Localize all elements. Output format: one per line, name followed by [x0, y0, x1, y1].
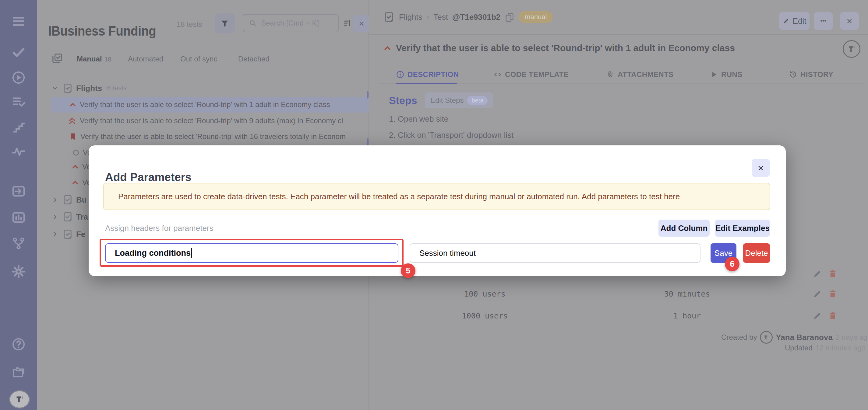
- annotation-badge-5: 5: [401, 263, 415, 278]
- help-icon[interactable]: [11, 337, 26, 352]
- chevron-right-icon[interactable]: [51, 196, 59, 204]
- priority-critical-bookmark-icon: [68, 132, 78, 141]
- tab-manual[interactable]: Manual18: [77, 55, 112, 63]
- edit-steps-button[interactable]: Edit Steps beta: [425, 93, 493, 108]
- branch-icon[interactable]: [11, 236, 26, 251]
- settings-gear-icon[interactable]: [11, 264, 26, 279]
- filter-button[interactable]: [215, 13, 235, 33]
- add-column-button[interactable]: Add Column: [658, 219, 710, 237]
- priority-high-icon: [69, 101, 77, 109]
- analytics-icon[interactable]: [11, 210, 26, 225]
- folder-count: 6 tests: [107, 84, 127, 92]
- edit-row-icon[interactable]: [812, 269, 822, 279]
- copy-check-icon[interactable]: [51, 52, 63, 65]
- annotation-highlight-rect: [100, 239, 404, 267]
- delete-row-icon[interactable]: [828, 289, 838, 299]
- folder-name: Tra: [76, 212, 88, 222]
- test-plan-icon[interactable]: [11, 95, 26, 109]
- tab-history[interactable]: HISTORY: [789, 70, 833, 79]
- test-title-row: Verify that the user is able to select '…: [383, 43, 840, 53]
- edit-row-icon[interactable]: [812, 289, 822, 299]
- tab-label: HISTORY: [800, 70, 833, 79]
- close-button[interactable]: ×: [840, 12, 859, 30]
- pencil-icon: [782, 18, 790, 25]
- active-tab-underline: [396, 83, 457, 84]
- edit-button[interactable]: Edit: [779, 12, 809, 30]
- edit-row-icon[interactable]: [812, 311, 822, 320]
- steps-divider: [379, 108, 865, 108]
- tab-automated[interactable]: Automated: [128, 55, 163, 63]
- project-title: IBusiness Funding: [48, 24, 156, 39]
- priority-normal-icon: [72, 149, 80, 157]
- delete-row-icon[interactable]: [828, 269, 838, 279]
- tab-label: RUNS: [721, 70, 743, 79]
- chevron-down-icon[interactable]: [51, 84, 59, 92]
- tab-attachments[interactable]: ATTACHMENTS: [606, 70, 674, 79]
- edit-steps-label: Edit Steps: [430, 96, 464, 105]
- tests-check-icon[interactable]: [11, 45, 26, 60]
- author-name[interactable]: Yana Baranova: [776, 333, 832, 342]
- priority-high-icon: [383, 44, 392, 52]
- table-cell: 30 minutes: [664, 289, 710, 298]
- updated-ago: 12 minutes ago: [816, 344, 866, 352]
- panel-splitter-handle[interactable]: [367, 138, 369, 146]
- close-icon: ×: [359, 19, 364, 29]
- assign-headers-label: Assign headers for parameters: [105, 224, 214, 233]
- tab-label: CODE TEMPLATE: [505, 70, 569, 79]
- search-icon: [249, 19, 257, 27]
- modal-close-button[interactable]: ×: [752, 159, 770, 177]
- play-icon: [710, 70, 718, 79]
- code-icon: [493, 70, 502, 79]
- info-banner: Parameters are used to create data-drive…: [103, 183, 770, 210]
- filter-list-icon[interactable]: [343, 18, 353, 28]
- tab-runs[interactable]: RUNS: [710, 70, 743, 79]
- delete-row-icon[interactable]: [828, 311, 838, 320]
- more-icon: •••: [820, 18, 826, 24]
- tab-description[interactable]: DESCRIPTION: [396, 70, 459, 79]
- import-icon[interactable]: [11, 184, 26, 199]
- projects-folders-icon[interactable]: [11, 365, 26, 379]
- breadcrumb-folder[interactable]: Flights: [399, 12, 423, 22]
- step-item: 1. Open web site: [389, 114, 448, 124]
- more-button[interactable]: •••: [814, 12, 833, 30]
- priority-high-icon: [71, 178, 79, 186]
- delete-button[interactable]: Delete: [743, 243, 770, 263]
- pulse-icon[interactable]: [11, 144, 26, 159]
- test-id: @T1e9301b2: [452, 12, 500, 22]
- sidebar: [0, 0, 37, 410]
- edit-label: Edit: [793, 16, 806, 26]
- steps-heading: Steps: [389, 95, 417, 106]
- close-icon: ×: [758, 162, 764, 174]
- parameter-name-input-2[interactable]: Session timeout: [410, 243, 701, 263]
- menu-icon[interactable]: [11, 14, 26, 29]
- tab-code-template[interactable]: CODE TEMPLATE: [493, 70, 569, 79]
- table-cell: 1000 users: [462, 311, 508, 320]
- clear-filter-button[interactable]: ×: [353, 15, 370, 32]
- status-badge: manual: [519, 11, 553, 23]
- chevron-right-icon[interactable]: [51, 213, 59, 221]
- chevron-right-icon[interactable]: [51, 230, 59, 238]
- info-icon: [396, 70, 404, 79]
- steps-stairs-icon[interactable]: [11, 120, 26, 134]
- edit-examples-button[interactable]: Edit Examples: [715, 219, 770, 237]
- updated-line: Updated 12 minutes ago: [785, 344, 866, 352]
- table-row-divider: [379, 305, 866, 305]
- tab-label: ATTACHMENTS: [618, 70, 674, 79]
- search-input[interactable]: [260, 19, 332, 28]
- created-by-line: Created by Yana Baranova 2 days ago: [721, 331, 868, 344]
- tab-out-of-sync[interactable]: Out of sync: [180, 55, 217, 63]
- test-row[interactable]: Verify that the user is able to select '…: [51, 113, 405, 129]
- priority-high-icon: [71, 163, 79, 171]
- breadcrumb-separator: ›: [427, 12, 429, 22]
- tab-detached[interactable]: Detached: [238, 55, 270, 63]
- test-title: Verify that the user is able to select '…: [81, 132, 346, 141]
- created-by-label: Created by: [721, 333, 757, 342]
- panel-splitter-handle[interactable]: [367, 91, 369, 99]
- tree-folder-flights[interactable]: Flights 6 tests: [51, 80, 405, 96]
- test-row[interactable]: Verify that the user is able to select '…: [51, 129, 405, 144]
- run-play-icon[interactable]: [11, 70, 26, 85]
- updated-label: Updated: [785, 344, 812, 352]
- test-row-selected[interactable]: Verify that the user is able to select '…: [51, 97, 405, 112]
- copy-icon[interactable]: [505, 12, 515, 22]
- testomat-logo[interactable]: [9, 390, 30, 408]
